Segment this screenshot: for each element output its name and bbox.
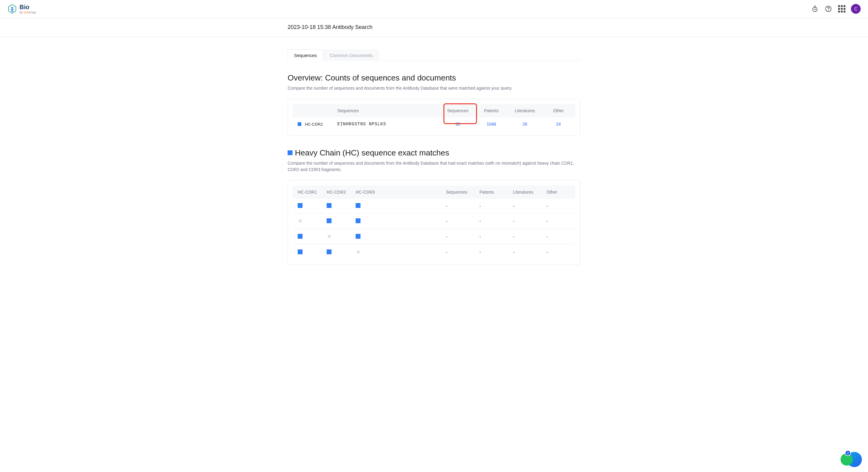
heavy-col-other: Other (542, 185, 575, 199)
heavy-col-patents: Patents (474, 185, 508, 199)
help-icon[interactable] (824, 5, 833, 13)
heavy-cell-literatures: - (508, 214, 542, 229)
heavy-cell-literatures: - (508, 229, 542, 245)
avatar[interactable]: C (851, 4, 861, 14)
overview-col-literatures: Literatures (508, 104, 542, 117)
overview-row-patents[interactable]: 1048 (487, 122, 496, 127)
heavy-cell-patents: - (474, 245, 508, 260)
overview-row-sequences-cell: 30 (441, 117, 474, 131)
overview-row-seqtext: EINHRGSTNS NPSLKS (333, 117, 441, 131)
heavy-cell-cdr3: ✕ (351, 245, 441, 260)
heavy-col-cdr2: HC-CDR2 (322, 185, 351, 199)
overview-row-literatures[interactable]: 26 (522, 122, 527, 127)
overview-section: Overview: Counts of sequences and docume… (288, 73, 580, 136)
tabs: Sequences Common Documents (288, 49, 580, 61)
heavy-cell-cdr1 (293, 229, 322, 245)
heavy-cell-sequences: - (441, 229, 474, 245)
heavy-cell-cdr1 (293, 245, 322, 260)
heavy-row: ---- (293, 199, 575, 214)
square-mark-icon (298, 122, 301, 126)
heavy-cell-cdr2 (322, 214, 351, 229)
heavy-table: HC-CDR1 HC-CDR2 HC-CDR3 Sequences Patent… (293, 185, 575, 260)
heavy-cell-cdr1: ✕ (293, 214, 322, 229)
heavy-cell-cdr3 (351, 229, 441, 245)
filled-square-icon (355, 234, 361, 239)
overview-col-other: Other (542, 104, 575, 117)
filled-square-icon (298, 234, 303, 239)
heavy-cell-cdr2: ✕ (322, 229, 351, 245)
x-mark-icon: ✕ (327, 233, 332, 240)
heavy-cell-sequences: - (441, 245, 474, 260)
overview-card: Sequences Sequences Patents Literatures … (288, 99, 580, 136)
heavy-cell-other: - (542, 245, 575, 260)
heavy-desc: Compare the number of sequences and docu… (288, 160, 580, 173)
logo-title: Bio (20, 4, 36, 10)
heavy-cell-cdr2 (322, 245, 351, 260)
main-content: Sequences Common Documents Overview: Cou… (281, 37, 587, 265)
heavy-cell-other: - (542, 229, 575, 245)
filled-square-icon (298, 203, 303, 208)
x-mark-icon: ✕ (355, 249, 361, 255)
overview-desc: Compare the number of sequences and docu… (288, 85, 580, 92)
overview-row: HC-CDR2 EINHRGSTNS NPSLKS 30 1048 26 24 (293, 117, 575, 131)
heavy-cell-cdr1 (293, 199, 322, 214)
logo-text: Bio by patsnap (20, 4, 36, 14)
heavy-card: HC-CDR1 HC-CDR2 HC-CDR3 Sequences Patent… (288, 180, 580, 265)
filled-square-icon (327, 203, 332, 208)
filled-square-icon (355, 218, 361, 223)
heavy-cell-cdr2 (322, 199, 351, 214)
overview-col-sequences: Sequences (441, 104, 474, 117)
heavy-cell-patents: - (474, 199, 508, 214)
bio-logo-icon (7, 4, 17, 14)
svg-point-3 (828, 10, 829, 11)
page-title: 2023-10-18 15:38 Antibody Search (288, 24, 580, 31)
heavy-cell-sequences: - (441, 214, 474, 229)
filled-square-icon (298, 249, 303, 254)
heavy-row: ✕---- (293, 245, 575, 260)
heavy-cell-sequences: - (441, 199, 474, 214)
overview-row-other[interactable]: 24 (556, 122, 561, 127)
tab-sequences[interactable]: Sequences (288, 50, 323, 61)
heavy-cell-cdr3 (351, 199, 441, 214)
filled-square-icon (327, 218, 332, 223)
overview-col-patents: Patents (474, 104, 508, 117)
heavy-cell-patents: - (474, 214, 508, 229)
heavy-cell-other: - (542, 199, 575, 214)
filled-square-icon (355, 203, 361, 208)
heavy-row: ✕---- (293, 214, 575, 229)
overview-title: Overview: Counts of sequences and docume… (288, 73, 580, 83)
heavy-col-literatures: Literatures (508, 185, 542, 199)
heavy-cell-literatures: - (508, 245, 542, 260)
header-actions: C (811, 4, 861, 14)
logo-subtitle: by patsnap (20, 10, 36, 14)
apps-grid-icon[interactable] (837, 5, 846, 13)
logo[interactable]: Bio by patsnap (7, 4, 36, 14)
overview-row-label-cell: HC-CDR2 (293, 117, 333, 131)
heavy-title: Heavy Chain (HC) sequence exact matches (288, 148, 580, 158)
heavy-cell-patents: - (474, 229, 508, 245)
filled-square-icon (327, 249, 332, 254)
heavy-cell-cdr3 (351, 214, 441, 229)
overview-row-sequences[interactable]: 30 (455, 122, 460, 127)
heavy-section: Heavy Chain (HC) sequence exact matches … (288, 148, 580, 265)
page-title-bar: 2023-10-18 15:38 Antibody Search (0, 18, 868, 37)
tab-common-documents[interactable]: Common Documents (323, 50, 379, 61)
header: Bio by patsnap (0, 0, 868, 18)
heavy-cell-literatures: - (508, 199, 542, 214)
heavy-row: ✕---- (293, 229, 575, 245)
overview-row-label: HC-CDR2 (305, 122, 323, 127)
overview-table: Sequences Sequences Patents Literatures … (293, 104, 575, 131)
square-bullet-icon (288, 150, 292, 155)
x-mark-icon: ✕ (298, 218, 303, 224)
stopwatch-icon[interactable] (811, 5, 819, 13)
overview-col-blank (293, 104, 333, 117)
heavy-col-cdr1: HC-CDR1 (293, 185, 322, 199)
heavy-col-sequences: Sequences (441, 185, 474, 199)
overview-col-seqlabel: Sequences (333, 104, 441, 117)
heavy-cell-other: - (542, 214, 575, 229)
heavy-col-cdr3: HC-CDR3 (351, 185, 441, 199)
